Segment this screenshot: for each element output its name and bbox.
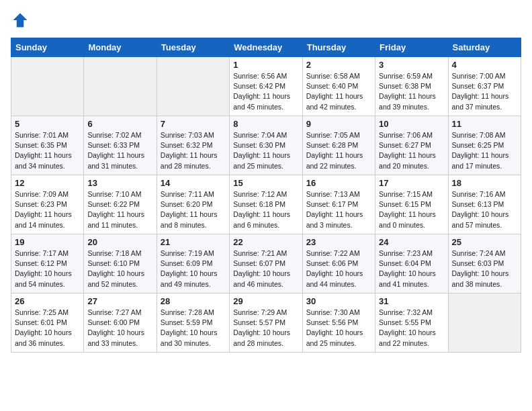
day-number: 22 <box>233 237 298 247</box>
day-info: Sunrise: 7:30 AM Sunset: 5:56 PM Dayligh… <box>306 308 371 349</box>
calendar-cell: 4Sunrise: 7:00 AM Sunset: 6:37 PM Daylig… <box>448 57 521 116</box>
day-number: 19 <box>15 237 80 247</box>
day-number: 3 <box>379 60 444 70</box>
calendar-week-row: 1Sunrise: 6:56 AM Sunset: 6:42 PM Daylig… <box>11 57 521 116</box>
calendar-cell: 9Sunrise: 7:05 AM Sunset: 6:28 PM Daylig… <box>302 116 375 175</box>
day-number: 8 <box>233 119 298 129</box>
day-number: 4 <box>452 60 517 70</box>
calendar-cell: 30Sunrise: 7:30 AM Sunset: 5:56 PM Dayli… <box>302 293 375 353</box>
day-info: Sunrise: 7:03 AM Sunset: 6:32 PM Dayligh… <box>161 130 226 171</box>
calendar-cell: 14Sunrise: 7:11 AM Sunset: 6:20 PM Dayli… <box>157 175 229 234</box>
calendar-cell: 27Sunrise: 7:27 AM Sunset: 6:00 PM Dayli… <box>84 293 157 353</box>
calendar-cell: 31Sunrise: 7:32 AM Sunset: 5:55 PM Dayli… <box>375 293 448 353</box>
calendar-cell <box>11 57 84 116</box>
weekday-label: Friday <box>375 38 448 57</box>
day-info: Sunrise: 7:28 AM Sunset: 5:59 PM Dayligh… <box>161 308 226 349</box>
day-info: Sunrise: 7:04 AM Sunset: 6:30 PM Dayligh… <box>233 130 298 171</box>
calendar-cell: 29Sunrise: 7:29 AM Sunset: 5:57 PM Dayli… <box>230 293 302 353</box>
day-info: Sunrise: 7:06 AM Sunset: 6:27 PM Dayligh… <box>379 130 444 171</box>
calendar-cell: 3Sunrise: 6:59 AM Sunset: 6:38 PM Daylig… <box>375 57 448 116</box>
calendar-cell: 25Sunrise: 7:24 AM Sunset: 6:03 PM Dayli… <box>448 234 521 293</box>
day-info: Sunrise: 7:00 AM Sunset: 6:37 PM Dayligh… <box>452 71 517 112</box>
day-info: Sunrise: 6:56 AM Sunset: 6:42 PM Dayligh… <box>233 71 298 112</box>
calendar-cell <box>157 57 229 116</box>
calendar-cell: 23Sunrise: 7:22 AM Sunset: 6:06 PM Dayli… <box>302 234 375 293</box>
calendar-cell: 22Sunrise: 7:21 AM Sunset: 6:07 PM Dayli… <box>230 234 302 293</box>
page-header <box>11 11 521 30</box>
day-info: Sunrise: 7:25 AM Sunset: 6:01 PM Dayligh… <box>15 308 80 349</box>
day-number: 11 <box>452 119 517 129</box>
logo <box>11 11 32 30</box>
weekday-label: Monday <box>84 38 157 57</box>
calendar-cell: 6Sunrise: 7:02 AM Sunset: 6:33 PM Daylig… <box>84 116 157 175</box>
day-info: Sunrise: 7:16 AM Sunset: 6:13 PM Dayligh… <box>452 189 517 230</box>
day-info: Sunrise: 7:05 AM Sunset: 6:28 PM Dayligh… <box>306 130 371 171</box>
weekday-header-row: SundayMondayTuesdayWednesdayThursdayFrid… <box>11 38 521 57</box>
weekday-label: Sunday <box>11 38 84 57</box>
day-info: Sunrise: 7:23 AM Sunset: 6:04 PM Dayligh… <box>379 248 444 289</box>
day-number: 16 <box>306 178 371 188</box>
day-number: 24 <box>379 237 444 247</box>
calendar-cell: 21Sunrise: 7:19 AM Sunset: 6:09 PM Dayli… <box>157 234 229 293</box>
day-info: Sunrise: 7:18 AM Sunset: 6:10 PM Dayligh… <box>87 248 152 289</box>
day-number: 18 <box>452 178 517 188</box>
weekday-label: Saturday <box>448 38 521 57</box>
day-info: Sunrise: 7:11 AM Sunset: 6:20 PM Dayligh… <box>161 189 226 230</box>
day-info: Sunrise: 7:21 AM Sunset: 6:07 PM Dayligh… <box>233 248 298 289</box>
calendar-week-row: 19Sunrise: 7:17 AM Sunset: 6:12 PM Dayli… <box>11 234 521 293</box>
day-number: 7 <box>161 119 226 129</box>
day-info: Sunrise: 6:59 AM Sunset: 6:38 PM Dayligh… <box>379 71 444 112</box>
calendar-cell: 7Sunrise: 7:03 AM Sunset: 6:32 PM Daylig… <box>157 116 229 175</box>
calendar-cell <box>448 293 521 353</box>
calendar-cell <box>84 57 157 116</box>
day-info: Sunrise: 7:17 AM Sunset: 6:12 PM Dayligh… <box>15 248 80 289</box>
weekday-label: Wednesday <box>230 38 302 57</box>
calendar-week-row: 5Sunrise: 7:01 AM Sunset: 6:35 PM Daylig… <box>11 116 521 175</box>
day-number: 28 <box>161 296 226 306</box>
day-number: 26 <box>15 296 80 306</box>
day-number: 14 <box>161 178 226 188</box>
day-info: Sunrise: 7:19 AM Sunset: 6:09 PM Dayligh… <box>161 248 226 289</box>
day-number: 21 <box>161 237 226 247</box>
day-number: 5 <box>15 119 80 129</box>
day-info: Sunrise: 7:12 AM Sunset: 6:18 PM Dayligh… <box>233 189 298 230</box>
calendar-cell: 10Sunrise: 7:06 AM Sunset: 6:27 PM Dayli… <box>375 116 448 175</box>
calendar-cell: 15Sunrise: 7:12 AM Sunset: 6:18 PM Dayli… <box>230 175 302 234</box>
calendar-cell: 2Sunrise: 6:58 AM Sunset: 6:40 PM Daylig… <box>302 57 375 116</box>
day-info: Sunrise: 7:10 AM Sunset: 6:22 PM Dayligh… <box>87 189 152 230</box>
day-number: 12 <box>15 178 80 188</box>
logo-icon <box>11 11 30 30</box>
day-number: 27 <box>87 296 152 306</box>
calendar-cell: 11Sunrise: 7:08 AM Sunset: 6:25 PM Dayli… <box>448 116 521 175</box>
day-number: 15 <box>233 178 298 188</box>
day-number: 30 <box>306 296 371 306</box>
day-info: Sunrise: 7:08 AM Sunset: 6:25 PM Dayligh… <box>452 130 517 171</box>
day-info: Sunrise: 7:27 AM Sunset: 6:00 PM Dayligh… <box>87 308 152 349</box>
day-number: 9 <box>306 119 371 129</box>
day-info: Sunrise: 7:24 AM Sunset: 6:03 PM Dayligh… <box>452 248 517 289</box>
day-number: 2 <box>306 60 371 70</box>
calendar-cell: 8Sunrise: 7:04 AM Sunset: 6:30 PM Daylig… <box>230 116 302 175</box>
calendar-cell: 24Sunrise: 7:23 AM Sunset: 6:04 PM Dayli… <box>375 234 448 293</box>
day-info: Sunrise: 7:02 AM Sunset: 6:33 PM Dayligh… <box>87 130 152 171</box>
day-info: Sunrise: 7:01 AM Sunset: 6:35 PM Dayligh… <box>15 130 80 171</box>
day-number: 13 <box>87 178 152 188</box>
day-number: 17 <box>379 178 444 188</box>
calendar-cell: 18Sunrise: 7:16 AM Sunset: 6:13 PM Dayli… <box>448 175 521 234</box>
day-number: 31 <box>379 296 444 306</box>
svg-marker-0 <box>13 13 28 28</box>
day-number: 1 <box>233 60 298 70</box>
day-info: Sunrise: 7:15 AM Sunset: 6:15 PM Dayligh… <box>379 189 444 230</box>
calendar-cell: 20Sunrise: 7:18 AM Sunset: 6:10 PM Dayli… <box>84 234 157 293</box>
day-info: Sunrise: 7:13 AM Sunset: 6:17 PM Dayligh… <box>306 189 371 230</box>
calendar-table: SundayMondayTuesdayWednesdayThursdayFrid… <box>11 38 521 353</box>
calendar-week-row: 26Sunrise: 7:25 AM Sunset: 6:01 PM Dayli… <box>11 293 521 353</box>
day-number: 23 <box>306 237 371 247</box>
calendar-week-row: 12Sunrise: 7:09 AM Sunset: 6:23 PM Dayli… <box>11 175 521 234</box>
day-info: Sunrise: 7:29 AM Sunset: 5:57 PM Dayligh… <box>233 308 298 349</box>
day-info: Sunrise: 7:09 AM Sunset: 6:23 PM Dayligh… <box>15 189 80 230</box>
weekday-label: Thursday <box>302 38 375 57</box>
calendar-cell: 19Sunrise: 7:17 AM Sunset: 6:12 PM Dayli… <box>11 234 84 293</box>
weekday-label: Tuesday <box>157 38 229 57</box>
day-info: Sunrise: 7:32 AM Sunset: 5:55 PM Dayligh… <box>379 308 444 349</box>
